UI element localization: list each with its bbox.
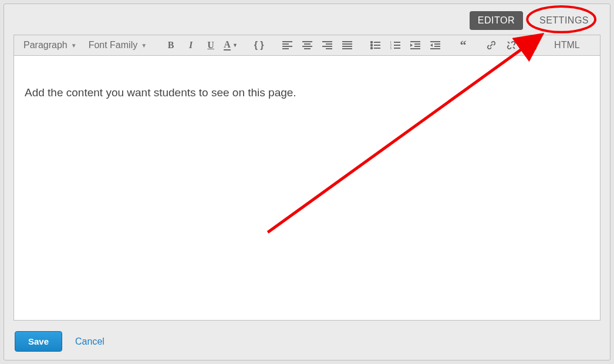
bold-button[interactable]: B [163, 38, 178, 53]
font-family-select[interactable]: Font Family ▼ [85, 38, 150, 53]
unlink-button[interactable] [504, 38, 519, 53]
editor-content-area[interactable]: Add the content you want students to see… [14, 55, 600, 321]
outdent-button[interactable] [427, 38, 443, 53]
code-button[interactable]: { } [251, 38, 266, 53]
italic-button[interactable]: I [183, 38, 198, 53]
link-button[interactable] [484, 38, 499, 53]
footer-actions: Save Cancel [4, 321, 610, 360]
editor-panel: EDITOR SETTINGS Paragraph ▼ Font Family … [4, 4, 610, 360]
editor-toolbar: Paragraph ▼ Font Family ▼ B I U A ▼ [14, 35, 600, 55]
code-icon: { } [254, 40, 264, 50]
font-family-label: Font Family [89, 40, 138, 50]
number-list-button[interactable]: 123 [387, 38, 403, 53]
paragraph-label: Paragraph [23, 40, 68, 50]
align-justify-icon [342, 41, 352, 49]
underline-button[interactable]: U [203, 38, 218, 53]
image-icon [526, 41, 537, 50]
outdent-icon [430, 41, 440, 49]
svg-point-16 [370, 42, 372, 43]
align-center-icon [302, 41, 312, 49]
underline-icon: U [207, 40, 214, 50]
align-left-button[interactable] [279, 38, 295, 53]
svg-rect-40 [527, 42, 536, 49]
bullet-list-icon [370, 41, 380, 49]
svg-point-17 [370, 45, 372, 46]
image-button[interactable] [524, 38, 539, 53]
save-button[interactable]: Save [15, 331, 62, 352]
svg-marker-37 [430, 43, 433, 47]
tab-settings[interactable]: SETTINGS [531, 11, 597, 30]
bold-icon: B [168, 40, 174, 50]
italic-icon: I [189, 40, 193, 50]
svg-line-38 [508, 42, 510, 43]
svg-marker-32 [410, 43, 413, 47]
text-color-button[interactable]: A ▼ [223, 38, 238, 53]
indent-button[interactable] [407, 38, 423, 53]
align-right-icon [322, 41, 332, 49]
link-icon [486, 40, 497, 50]
bullet-list-button[interactable] [367, 38, 383, 53]
chevron-down-icon: ▼ [232, 42, 238, 48]
quote-icon: “ [460, 43, 467, 48]
svg-line-39 [513, 47, 515, 49]
unlink-icon [506, 40, 517, 50]
cancel-link[interactable]: Cancel [75, 336, 104, 347]
paragraph-select[interactable]: Paragraph ▼ [20, 38, 80, 53]
align-right-button[interactable] [319, 38, 335, 53]
align-left-icon [282, 41, 292, 49]
align-justify-button[interactable] [339, 38, 355, 53]
svg-text:3: 3 [390, 46, 392, 49]
tab-row: EDITOR SETTINGS [4, 4, 610, 35]
align-center-button[interactable] [299, 38, 315, 53]
blockquote-button[interactable]: “ [456, 38, 471, 53]
tab-editor[interactable]: EDITOR [470, 11, 523, 30]
editor-wrap: Paragraph ▼ Font Family ▼ B I U A ▼ [4, 35, 610, 321]
chevron-down-icon: ▼ [141, 42, 147, 49]
number-list-icon: 123 [390, 41, 400, 49]
svg-point-18 [370, 48, 372, 49]
text-color-icon: A [224, 40, 231, 50]
editor-placeholder-text: Add the content you want students to see… [25, 86, 296, 99]
chevron-down-icon: ▼ [71, 42, 77, 49]
indent-icon [410, 41, 420, 49]
html-button[interactable]: HTML [552, 40, 582, 50]
